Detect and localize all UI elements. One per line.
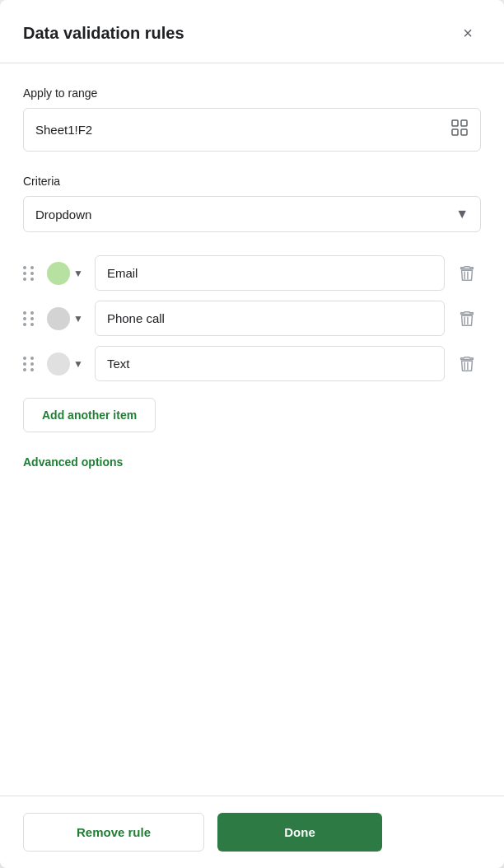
color-picker-button[interactable]: ▼ (44, 304, 86, 334)
color-dropdown-arrow-icon: ▼ (73, 313, 83, 324)
svg-rect-1 (461, 120, 467, 126)
close-button[interactable]: × (455, 20, 481, 46)
delete-item-button[interactable] (453, 350, 481, 378)
add-another-item-button[interactable]: Add another item (23, 398, 156, 432)
color-circle-green (47, 262, 70, 285)
criteria-dropdown-arrow: ▼ (455, 207, 469, 222)
drag-dot (30, 362, 34, 366)
table-row: ▼ (23, 255, 481, 291)
drag-dot (23, 362, 26, 366)
trash-icon (458, 310, 476, 328)
item-text-input[interactable] (95, 301, 445, 336)
advanced-options-button[interactable]: Advanced options (23, 452, 123, 472)
add-item-label: Add another item (42, 408, 137, 422)
drag-dot (23, 311, 26, 315)
panel-title: Data validation rules (23, 24, 184, 43)
panel-body: Apply to range Criteria Dropdown ▼ (0, 63, 504, 796)
delete-item-button[interactable] (453, 305, 481, 333)
drag-dot (23, 266, 26, 269)
panel-header: Data validation rules × (0, 0, 504, 63)
grid-select-icon[interactable] (450, 119, 469, 141)
panel-footer: Remove rule Done (0, 796, 504, 868)
svg-rect-0 (452, 120, 458, 126)
color-dropdown-arrow-icon: ▼ (73, 358, 83, 370)
color-dropdown-arrow-icon: ▼ (73, 268, 83, 279)
drag-dot (30, 311, 34, 315)
drag-dot (30, 272, 34, 275)
range-input[interactable] (35, 123, 450, 137)
table-row: ▼ (23, 346, 481, 381)
advanced-options-label: Advanced options (23, 455, 123, 469)
close-icon: × (463, 24, 473, 43)
drag-dot (30, 368, 34, 371)
drag-dot (30, 266, 34, 269)
drag-dot (30, 357, 34, 360)
done-button[interactable]: Done (217, 813, 382, 852)
drag-dot (30, 317, 34, 320)
criteria-dropdown-value: Dropdown (35, 208, 455, 222)
color-picker-button[interactable]: ▼ (44, 349, 86, 379)
drag-dot (23, 357, 26, 360)
delete-item-button[interactable] (453, 259, 481, 287)
trash-icon (458, 355, 476, 373)
drag-dot (30, 323, 34, 326)
drag-dot (23, 278, 26, 281)
svg-rect-3 (461, 129, 467, 135)
criteria-dropdown[interactable]: Dropdown ▼ (23, 196, 481, 232)
range-input-wrapper[interactable] (23, 108, 481, 152)
done-label: Done (284, 825, 315, 839)
remove-rule-label: Remove rule (77, 825, 151, 839)
data-validation-panel: Data validation rules × Apply to range C… (0, 0, 504, 868)
criteria-label: Criteria (23, 175, 481, 188)
drag-dot (23, 368, 26, 371)
svg-rect-2 (452, 129, 458, 135)
drag-dot (23, 317, 26, 320)
color-picker-button[interactable]: ▼ (44, 259, 86, 288)
drag-dot (23, 323, 26, 326)
item-text-input[interactable] (95, 255, 445, 291)
drag-dot (23, 272, 26, 275)
drag-handle[interactable] (23, 357, 35, 371)
trash-icon (458, 264, 476, 282)
remove-rule-button[interactable]: Remove rule (23, 813, 204, 852)
color-circle-gray2 (47, 352, 70, 376)
items-list: ▼ (23, 255, 481, 381)
table-row: ▼ (23, 301, 481, 336)
item-text-input[interactable] (95, 346, 445, 381)
color-circle-gray1 (47, 307, 70, 330)
drag-handle[interactable] (23, 266, 35, 281)
apply-to-range-label: Apply to range (23, 86, 481, 100)
drag-handle[interactable] (23, 311, 35, 326)
drag-dot (30, 278, 34, 281)
